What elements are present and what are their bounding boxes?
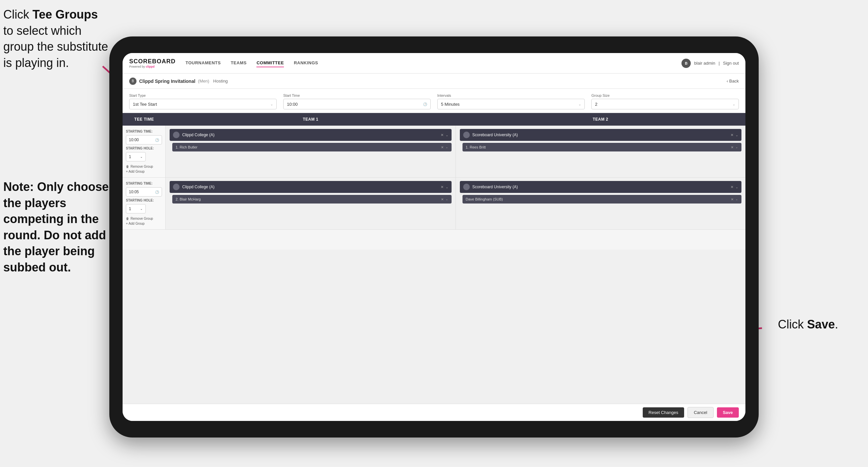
group1-team1-player1-name: 1. Rich Butler [176,145,438,149]
group2-team2-card[interactable]: Scoreboard University (A) ✕ ⌄ [460,181,742,193]
group1-team2-chevron-icon: ⌄ [736,133,738,137]
group1-hole-value: 1 [129,154,131,159]
group2-starting-time-input[interactable]: 10:05 🕐 [126,187,162,197]
settings-start-time-input[interactable]: 10:00 🕐 [283,99,431,109]
group1-team1-player1-remove-icon[interactable]: ✕ [441,146,444,149]
group1-team2-player1-name: 1. Rees Britt [466,145,728,149]
group2-remove-button[interactable]: 🗑 Remove Group [126,217,162,221]
group2-team1-chevron-icon: ⌄ [445,185,448,189]
nav-committee[interactable]: COMMITTEE [256,59,284,67]
group2-team2-remove-icon[interactable]: ✕ [731,185,734,189]
group1-team2-card[interactable]: Scoreboard University (A) ✕ ⌄ [460,129,742,141]
nav-teams[interactable]: TEAMS [230,59,247,67]
group1-starting-time-label: STARTING TIME: [126,129,162,133]
group1-team2-player1-card[interactable]: 1. Rees Britt ✕ ⌄ [463,143,742,151]
table-header-tee-time: Tee Time [123,117,166,122]
intervals-value: 5 Minutes [441,102,460,107]
group-size-chevron-icon: ⌄ [733,103,735,106]
settings-intervals-input[interactable]: 5 Minutes ⌄ [437,99,585,109]
group2-team2-player1-chevron-icon: ⌄ [736,198,738,201]
group2-team1-name: Clippd College (A) [182,185,438,189]
group1-team1-name: Clippd College (A) [182,133,438,137]
group2-hole-value: 1 [129,206,131,211]
group1-time-icon: 🕐 [155,138,159,142]
group2-team1-avatar [173,184,180,190]
table-header: Tee Time Team 1 Team 2 [123,113,745,126]
settings-start-time-label: Start Time [283,93,431,97]
group2-team2-player1-card[interactable]: Dave Billingham (SUB) ✕ ⌄ [463,195,742,204]
instruction-bold: Tee Groups [32,8,98,21]
group2-remove-label: Remove Group [130,217,153,221]
group2-teams: Clippd College (A) ✕ ⌄ 2. Blair McHarg ✕… [166,178,745,229]
table-header-team2: Team 2 [456,117,745,122]
logo-brand: clippd [146,65,155,68]
group2-team1-player1-card[interactable]: 2. Blair McHarg ✕ ⌄ [172,195,452,204]
settings-group-size-input[interactable]: 2 ⌄ [591,99,739,109]
nav-tournaments[interactable]: TOURNAMENTS [186,59,221,67]
group1-team2-player1-chevron-icon: ⌄ [736,146,738,149]
group1-teams: Clippd College (A) ✕ ⌄ 1. Rich Butler ✕ … [166,126,745,177]
group1-time-value: 10:00 [129,138,139,142]
table-header-team1: Team 1 [166,117,456,122]
instruction-prefix: Click [3,8,32,21]
group1-team1-card[interactable]: Clippd College (A) ✕ ⌄ [169,129,452,141]
start-type-chevron-icon: ⌄ [270,103,273,106]
group1-starting-hole-label: STARTING HOLE: [126,146,162,150]
cancel-button[interactable]: Cancel [687,407,713,418]
group2-starting-hole-label: STARTING HOLE: [126,199,162,202]
click-save-bold: Save [807,318,835,331]
group2-time-value: 10:05 [129,189,139,194]
save-button[interactable]: Save [717,407,739,418]
start-type-value: 1st Tee Start [133,102,157,107]
group1-actions: 🗑 Remove Group + Add Group [126,165,162,173]
table-row: STARTING TIME: 10:05 🕐 STARTING HOLE: 1 … [123,178,745,230]
group1-team1-chevron-icon: ⌄ [445,133,448,137]
group2-team1-player1-remove-icon[interactable]: ✕ [441,198,444,201]
group1-team1-player1-card[interactable]: 1. Rich Butler ✕ ⌄ [172,143,452,151]
nav-rankings[interactable]: RANKINGS [294,59,318,67]
group2-starting-time-label: STARTING TIME: [126,182,162,185]
nav-user: blair admin [694,61,715,66]
subheader-back[interactable]: ‹ Back [726,79,739,84]
settings-start-type: Start Type 1st Tee Start ⌄ [129,93,277,109]
subheader-title: Clippd Spring Invitational [139,79,195,84]
group2-team1-card[interactable]: Clippd College (A) ✕ ⌄ [169,181,452,193]
group1-remove-button[interactable]: 🗑 Remove Group [126,165,162,168]
group1-team1-remove-icon[interactable]: ✕ [441,133,444,137]
group1-team2-player1-actions: ✕ ⌄ [731,146,738,149]
nav-signout[interactable]: Sign out [723,61,739,66]
group2-add-label: + Add Group [126,222,145,225]
group2-team2-name: Scoreboard University (A) [472,185,728,189]
subheader: B Clippd Spring Invitational (Men) Hosti… [123,74,745,89]
navbar: SCOREBOARD Powered by clippd TOURNAMENTS… [123,53,745,74]
group1-starting-hole-input[interactable]: 1 ⌄ [126,152,146,162]
logo-area: SCOREBOARD Powered by clippd [129,58,176,68]
group2-add-button[interactable]: + Add Group [126,222,162,225]
settings-group-size: Group Size 2 ⌄ [591,93,739,109]
settings-intervals-label: Intervals [437,93,585,97]
reset-changes-button[interactable]: Reset Changes [643,407,684,418]
subheader-gender: (Men) [198,79,209,84]
group1-team1: Clippd College (A) ✕ ⌄ 1. Rich Butler ✕ … [166,126,456,177]
group2-team2-player1-remove-icon[interactable]: ✕ [731,198,734,201]
group1-team2-remove-icon[interactable]: ✕ [731,133,734,137]
group1-team2-player1-remove-icon[interactable]: ✕ [731,146,734,149]
click-save-label: Click Save. [778,318,838,331]
group1-add-button[interactable]: + Add Group [126,170,162,173]
footer-bar: Reset Changes Cancel Save [123,404,745,421]
group2-hole-chevron-icon: ⌄ [140,207,143,210]
table-row: STARTING TIME: 10:00 🕐 STARTING HOLE: 1 … [123,126,745,178]
group1-team2: Scoreboard University (A) ✕ ⌄ 1. Rees Br… [456,126,746,177]
content-area: STARTING TIME: 10:00 🕐 STARTING HOLE: 1 … [123,126,745,404]
tablet-frame: SCOREBOARD Powered by clippd TOURNAMENTS… [109,36,759,438]
tablet-screen: SCOREBOARD Powered by clippd TOURNAMENTS… [123,53,745,421]
group1-team1-avatar [173,132,180,138]
content-empty-area [123,230,745,250]
settings-start-type-input[interactable]: 1st Tee Start ⌄ [129,99,277,109]
group1-starting-time-input[interactable]: 10:00 🕐 [126,135,162,145]
group2-team2-actions: ✕ ⌄ [731,185,738,189]
group2-starting-hole-input[interactable]: 1 ⌄ [126,204,146,213]
group2-team1-player1-chevron-icon: ⌄ [445,198,448,201]
group2-team1-actions: ✕ ⌄ [441,185,448,189]
group2-team1-remove-icon[interactable]: ✕ [441,185,444,189]
